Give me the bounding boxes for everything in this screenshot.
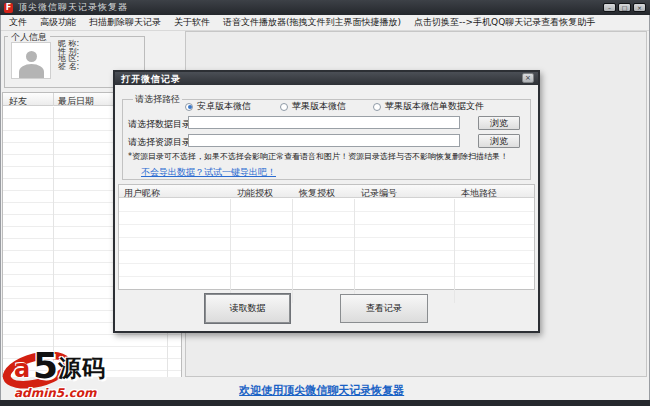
radio-android-label: 安卓版本微信 xyxy=(197,100,251,113)
maximize-button[interactable]: □ xyxy=(618,3,631,12)
records-table-body[interactable] xyxy=(119,199,534,289)
dialog-body: 请选择路径 安卓版本微信 苹果版本微信 苹果版本微信单数据文件 请选择数据目录:… xyxy=(115,85,538,331)
records-table-header: 用户昵称 功能授权 恢复授权 记录编号 本地路径 xyxy=(119,185,534,198)
radio-apple-single-label: 苹果版本微信单数据文件 xyxy=(385,100,484,113)
radio-apple-single-file[interactable]: 苹果版本微信单数据文件 xyxy=(373,100,484,113)
menu-voice-player[interactable]: 语音文件播放器(拖拽文件到主界面快捷播放) xyxy=(223,16,401,29)
resource-dir-note: *资源目录可不选择，如果不选择会影响正常查看语音和图片！资源目录选择与否不影响恢… xyxy=(128,151,528,162)
data-dir-label: 请选择数据目录: xyxy=(128,118,194,131)
radio-apple-wechat[interactable]: 苹果版本微信 xyxy=(280,100,346,113)
menu-file[interactable]: 文件 xyxy=(9,16,27,29)
dialog-close-icon[interactable]: × xyxy=(522,73,534,83)
close-button[interactable]: × xyxy=(633,3,646,12)
records-table[interactable]: 用户昵称 功能授权 恢复授权 记录编号 本地路径 xyxy=(118,184,535,290)
view-records-button[interactable]: 查看记录 xyxy=(340,294,428,323)
data-dir-browse-button[interactable]: 浏览 xyxy=(478,116,520,130)
window-bottom-border xyxy=(0,400,650,406)
welcome-link[interactable]: 欢迎使用顶尖微信聊天记录恢复器 xyxy=(239,383,404,398)
menu-about[interactable]: 关于软件 xyxy=(174,16,210,29)
dialog-button-row: 读取数据 查看记录 xyxy=(115,294,538,326)
avatar xyxy=(11,42,51,79)
titlebar: F 顶尖微信聊天记录恢复器 – □ × xyxy=(0,0,650,15)
resource-dir-label: 请选择资源目录: xyxy=(128,136,194,149)
menu-advanced[interactable]: 高级功能 xyxy=(40,16,76,29)
personal-info-fields: 昵 称: 性 别: 地 区: 签 名: xyxy=(58,40,79,70)
window-title: 顶尖微信聊天记录恢复器 xyxy=(18,1,128,14)
read-data-button[interactable]: 读取数据 xyxy=(205,294,290,323)
menu-switch-qq[interactable]: 点击切换至-->手机QQ聊天记录查看恢复助手 xyxy=(414,16,595,29)
dialog-titlebar: 打开微信记录 × xyxy=(115,72,538,85)
radio-selected-icon xyxy=(185,103,193,111)
open-wechat-records-dialog: 打开微信记录 × 请选择路径 安卓版本微信 苹果版本微信 苹果版本微信单数据文件 xyxy=(113,70,540,333)
radio-android-wechat[interactable]: 安卓版本微信 xyxy=(185,100,251,113)
menu-scan-deleted[interactable]: 扫描删除聊天记录 xyxy=(89,16,161,29)
menubar: 文件 高级功能 扫描删除聊天记录 关于软件 语音文件播放器(拖拽文件到主界面快捷… xyxy=(1,15,649,31)
resource-dir-input[interactable] xyxy=(188,134,460,147)
radio-apple-label: 苹果版本微信 xyxy=(292,100,346,113)
status-bar: 欢迎使用顶尖微信聊天记录恢复器 xyxy=(1,377,649,400)
version-radio-row: 安卓版本微信 苹果版本微信 苹果版本微信单数据文件 xyxy=(115,100,538,112)
window-controls: – □ × xyxy=(603,3,646,12)
resource-dir-browse-button[interactable]: 浏览 xyxy=(478,134,520,148)
minimize-button[interactable]: – xyxy=(603,3,616,12)
app-icon: F xyxy=(4,3,13,13)
radio-icon xyxy=(280,103,288,111)
app-window: F 顶尖微信聊天记录恢复器 – □ × 文件 高级功能 扫描删除聊天记录 关于软… xyxy=(0,0,650,406)
signature-label: 签 名: xyxy=(58,63,79,71)
one-click-export-link[interactable]: 不会导出数据？试试一键导出吧！ xyxy=(141,166,276,179)
data-dir-input[interactable] xyxy=(188,116,460,129)
radio-icon xyxy=(373,103,381,111)
avatar-person-icon xyxy=(26,51,37,62)
